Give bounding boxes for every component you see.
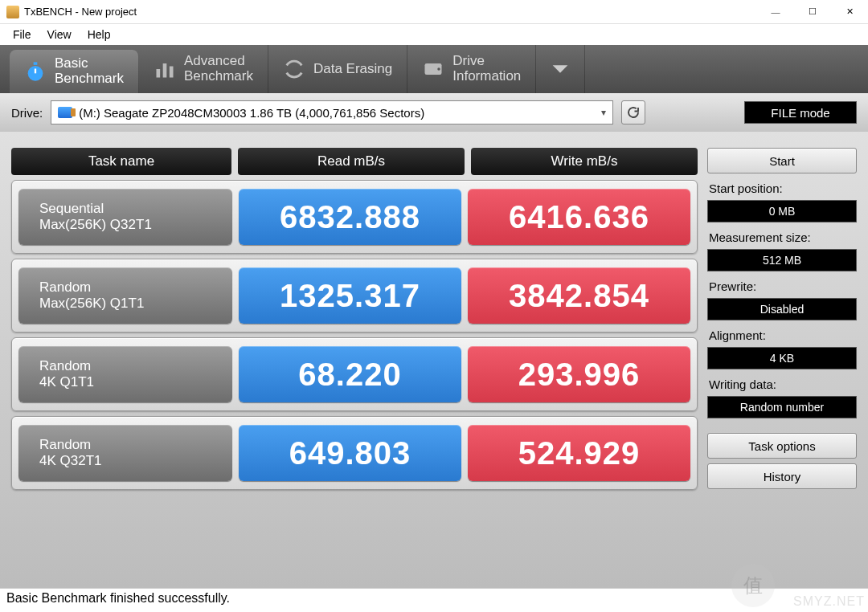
prewrite-value[interactable]: Disabled [707, 298, 857, 320]
titlebar: TxBENCH - New project — ☐ ✕ [0, 0, 868, 24]
stopwatch-icon [24, 60, 47, 83]
tab-basic-benchmark[interactable]: BasicBenchmark [10, 50, 139, 93]
svg-rect-5 [170, 67, 174, 78]
chevron-down-icon: ▾ [601, 107, 606, 118]
writing-data-value[interactable]: Random number [707, 396, 857, 418]
read-value: 1325.317 [239, 267, 461, 324]
app-icon [6, 6, 19, 18]
drive-label: Drive: [11, 106, 43, 120]
write-value: 3842.854 [468, 267, 690, 324]
tab-data-erasing[interactable]: Data Erasing [268, 45, 407, 93]
task-name[interactable]: Random4K Q1T1 [18, 346, 232, 402]
col-read: Read mB/s [238, 148, 465, 175]
side-panel: Start Start position: 0 MB Measurement s… [707, 148, 857, 581]
svg-rect-1 [34, 62, 38, 65]
menu-view[interactable]: View [41, 27, 78, 43]
write-value: 524.929 [468, 425, 690, 481]
writing-data-label: Writing data: [707, 377, 857, 391]
col-write: Write mB/s [471, 148, 698, 175]
bars-icon [154, 58, 176, 80]
alignment-value[interactable]: 4 KB [707, 347, 857, 369]
task-name[interactable]: Random4K Q32T1 [18, 425, 232, 481]
refresh-icon [626, 105, 641, 120]
file-mode-button[interactable]: FILE mode [744, 101, 857, 124]
refresh-button[interactable] [621, 100, 645, 124]
results-header: Task name Read mB/s Write mB/s [11, 148, 698, 175]
svg-rect-4 [163, 63, 167, 78]
col-task: Task name [11, 148, 231, 175]
drive-icon [422, 58, 444, 80]
prewrite-label: Prewrite: [707, 279, 857, 293]
menu-file[interactable]: File [6, 27, 38, 43]
results-area: Task name Read mB/s Write mB/s Sequentia… [11, 148, 698, 581]
task-options-button[interactable]: Task options [707, 433, 857, 459]
start-position-label: Start position: [707, 182, 857, 195]
start-position-value[interactable]: 0 MB [707, 200, 857, 222]
svg-rect-3 [156, 69, 160, 78]
drive-selected-text: (M:) Seagate ZP2048CM30003 1.86 TB (4,00… [79, 106, 424, 120]
write-value: 293.996 [468, 346, 690, 402]
tabbar: BasicBenchmark AdvancedBenchmark Data Er… [0, 45, 868, 93]
window-title: TxBENCH - New project [24, 6, 757, 18]
erase-icon [283, 58, 305, 80]
result-row: Random4K Q1T1 68.220 293.996 [11, 337, 698, 411]
menu-help[interactable]: Help [81, 27, 117, 43]
result-row: SequentialMax(256K) Q32T1 6832.888 6416.… [11, 180, 698, 254]
menubar: File View Help [0, 24, 868, 45]
result-row: Random4K Q32T1 649.803 524.929 [11, 416, 698, 490]
drive-bar: Drive: (M:) Seagate ZP2048CM30003 1.86 T… [0, 93, 868, 132]
drive-select[interactable]: (M:) Seagate ZP2048CM30003 1.86 TB (4,00… [51, 100, 613, 124]
alignment-label: Alignment: [707, 328, 857, 342]
read-value: 6832.888 [239, 189, 461, 245]
svg-point-7 [438, 67, 441, 71]
task-name[interactable]: RandomMax(256K) Q1T1 [18, 267, 232, 324]
task-name[interactable]: SequentialMax(256K) Q32T1 [18, 189, 232, 245]
disk-icon [58, 107, 72, 118]
tab-advanced-benchmark[interactable]: AdvancedBenchmark [139, 45, 268, 93]
minimize-button[interactable]: — [757, 0, 794, 24]
tab-drive-information[interactable]: DriveInformation [407, 45, 536, 93]
result-row: RandomMax(256K) Q1T1 1325.317 3842.854 [11, 259, 698, 333]
status-bar: Basic Benchmark finished successfully. [0, 588, 868, 612]
maximize-button[interactable]: ☐ [794, 0, 831, 24]
tab-more[interactable] [536, 45, 585, 93]
start-button[interactable]: Start [707, 148, 857, 173]
history-button[interactable]: History [707, 463, 857, 489]
read-value: 649.803 [239, 425, 461, 481]
chevron-down-icon [549, 58, 571, 80]
measurement-size-value[interactable]: 512 MB [707, 249, 857, 271]
write-value: 6416.636 [468, 189, 690, 245]
read-value: 68.220 [239, 346, 461, 402]
close-button[interactable]: ✕ [831, 0, 868, 24]
measurement-size-label: Measurement size: [707, 231, 857, 244]
